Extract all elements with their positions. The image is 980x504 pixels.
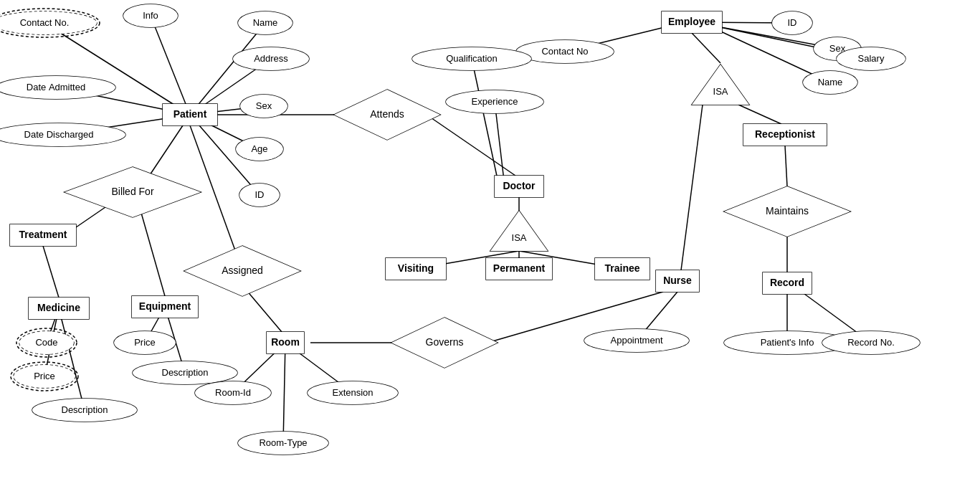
er-diagram-canvas: [0, 0, 980, 504]
